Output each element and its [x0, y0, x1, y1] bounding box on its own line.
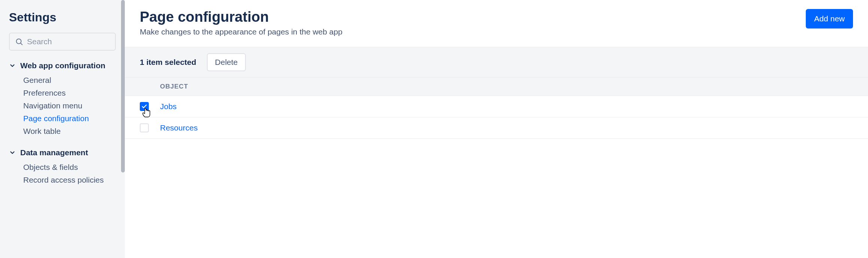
- column-object: OBJECT: [160, 83, 188, 90]
- svg-line-1: [21, 43, 22, 45]
- nav-section-title: Data management: [20, 148, 88, 157]
- nav-section-data[interactable]: Data management: [9, 148, 116, 157]
- nav-item-preferences[interactable]: Preferences: [23, 87, 116, 99]
- page-title: Page configuration: [140, 9, 343, 25]
- chevron-down-icon: [9, 62, 16, 69]
- main-header: Page configuration Make changes to the a…: [125, 0, 868, 47]
- nav-section-webapp[interactable]: Web app configuration: [9, 61, 116, 70]
- table-header: OBJECT: [125, 78, 868, 96]
- row-checkbox[interactable]: [140, 123, 149, 132]
- add-new-button[interactable]: Add new: [806, 9, 853, 28]
- main-content: Page configuration Make changes to the a…: [125, 0, 868, 258]
- nav-item-page-configuration[interactable]: Page configuration: [23, 112, 116, 125]
- nav-item-general[interactable]: General: [23, 74, 116, 87]
- sidebar-scrollbar[interactable]: [121, 0, 125, 172]
- nav-item-navigation-menu[interactable]: Navigation menu: [23, 99, 116, 112]
- nav-items-data: Objects & fields Record access policies: [9, 161, 116, 186]
- nav-section-title: Web app configuration: [20, 61, 105, 70]
- delete-button[interactable]: Delete: [207, 53, 246, 71]
- nav-items-webapp: General Preferences Navigation menu Page…: [9, 74, 116, 138]
- nav-item-record-access-policies[interactable]: Record access policies: [23, 174, 116, 186]
- table-row: Jobs: [125, 96, 868, 117]
- nav-item-work-table[interactable]: Work table: [23, 125, 116, 138]
- row-link-jobs[interactable]: Jobs: [160, 102, 177, 111]
- selection-bar: 1 item selected Delete: [125, 47, 868, 78]
- row-link-resources[interactable]: Resources: [160, 123, 198, 132]
- sidebar-title: Settings: [9, 10, 116, 24]
- chevron-down-icon: [9, 149, 16, 156]
- page-subtitle: Make changes to the appearance of pages …: [140, 27, 343, 36]
- search-input[interactable]: [27, 37, 110, 46]
- row-checkbox[interactable]: [140, 102, 149, 111]
- settings-sidebar: Settings Web app configuration General P…: [0, 0, 125, 258]
- table-row: Resources: [125, 117, 868, 139]
- sidebar-search[interactable]: [9, 33, 116, 51]
- nav-item-objects-fields[interactable]: Objects & fields: [23, 161, 116, 174]
- selection-count: 1 item selected: [140, 58, 196, 67]
- search-icon: [15, 38, 23, 46]
